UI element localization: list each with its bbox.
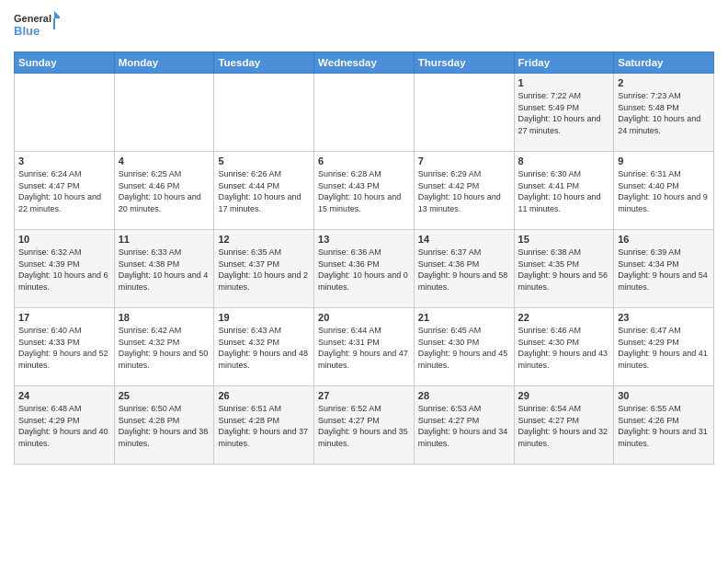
calendar-table: SundayMondayTuesdayWednesdayThursdayFrid…	[14, 52, 714, 465]
day-info: Sunrise: 6:42 AM Sunset: 4:32 PM Dayligh…	[119, 325, 210, 371]
day-number: 24	[18, 390, 110, 401]
weekday-header-thursday: Thursday	[414, 52, 514, 74]
day-info: Sunrise: 6:37 AM Sunset: 4:36 PM Dayligh…	[418, 247, 510, 293]
day-info: Sunrise: 6:36 AM Sunset: 4:36 PM Dayligh…	[318, 247, 410, 293]
calendar-week-row: 24Sunrise: 6:48 AM Sunset: 4:29 PM Dayli…	[15, 386, 714, 465]
calendar-cell: 11Sunrise: 6:33 AM Sunset: 4:38 PM Dayli…	[114, 230, 214, 308]
day-number: 19	[218, 312, 310, 323]
day-info: Sunrise: 6:26 AM Sunset: 4:44 PM Dayligh…	[218, 168, 310, 214]
svg-text:General: General	[14, 13, 51, 24]
calendar-cell	[15, 74, 115, 152]
calendar-cell: 22Sunrise: 6:46 AM Sunset: 4:30 PM Dayli…	[514, 308, 614, 386]
calendar-cell: 20Sunrise: 6:44 AM Sunset: 4:31 PM Dayli…	[314, 308, 415, 386]
day-info: Sunrise: 6:35 AM Sunset: 4:37 PM Dayligh…	[218, 247, 310, 293]
day-info: Sunrise: 6:46 AM Sunset: 4:30 PM Dayligh…	[518, 325, 610, 371]
calendar-cell: 15Sunrise: 6:38 AM Sunset: 4:35 PM Dayli…	[514, 230, 614, 308]
day-info: Sunrise: 6:25 AM Sunset: 4:46 PM Dayligh…	[119, 168, 210, 214]
weekday-header-monday: Monday	[114, 52, 214, 74]
day-info: Sunrise: 6:51 AM Sunset: 4:28 PM Dayligh…	[218, 403, 310, 449]
svg-marker-2	[54, 11, 60, 18]
weekday-header-tuesday: Tuesday	[214, 52, 314, 74]
weekday-header-row: SundayMondayTuesdayWednesdayThursdayFrid…	[15, 52, 714, 74]
day-number: 5	[218, 155, 310, 167]
day-info: Sunrise: 6:47 AM Sunset: 4:29 PM Dayligh…	[618, 325, 710, 371]
day-number: 29	[518, 390, 610, 401]
day-number: 28	[418, 390, 510, 401]
calendar-cell: 24Sunrise: 6:48 AM Sunset: 4:29 PM Dayli…	[15, 386, 115, 465]
calendar-week-row: 17Sunrise: 6:40 AM Sunset: 4:33 PM Dayli…	[15, 308, 714, 386]
svg-text:Blue: Blue	[14, 24, 40, 38]
calendar-cell: 27Sunrise: 6:52 AM Sunset: 4:27 PM Dayli…	[314, 386, 415, 465]
day-info: Sunrise: 6:32 AM Sunset: 4:39 PM Dayligh…	[18, 247, 110, 293]
calendar-cell: 5Sunrise: 6:26 AM Sunset: 4:44 PM Daylig…	[214, 152, 314, 230]
calendar-cell: 9Sunrise: 6:31 AM Sunset: 4:40 PM Daylig…	[614, 152, 714, 230]
calendar-week-row: 3Sunrise: 6:24 AM Sunset: 4:47 PM Daylig…	[15, 152, 714, 230]
day-info: Sunrise: 6:44 AM Sunset: 4:31 PM Dayligh…	[318, 325, 410, 371]
day-info: Sunrise: 6:52 AM Sunset: 4:27 PM Dayligh…	[318, 403, 410, 449]
day-info: Sunrise: 6:31 AM Sunset: 4:40 PM Dayligh…	[618, 168, 710, 214]
calendar-cell: 26Sunrise: 6:51 AM Sunset: 4:28 PM Dayli…	[214, 386, 314, 465]
weekday-header-wednesday: Wednesday	[314, 52, 415, 74]
day-info: Sunrise: 6:43 AM Sunset: 4:32 PM Dayligh…	[218, 325, 310, 371]
calendar-body: 1Sunrise: 7:22 AM Sunset: 5:49 PM Daylig…	[15, 74, 714, 465]
weekday-header-friday: Friday	[514, 52, 614, 74]
day-number: 9	[618, 155, 710, 167]
day-number: 23	[618, 312, 710, 323]
day-number: 30	[618, 390, 710, 401]
calendar-cell: 29Sunrise: 6:54 AM Sunset: 4:27 PM Dayli…	[514, 386, 614, 465]
calendar-cell: 1Sunrise: 7:22 AM Sunset: 5:49 PM Daylig…	[514, 74, 614, 152]
day-info: Sunrise: 6:53 AM Sunset: 4:27 PM Dayligh…	[418, 403, 510, 449]
day-info: Sunrise: 6:45 AM Sunset: 4:30 PM Dayligh…	[418, 325, 510, 371]
logo: General Blue	[14, 9, 60, 44]
day-number: 2	[618, 77, 710, 88]
calendar-cell	[414, 74, 514, 152]
page-header: General Blue	[14, 9, 714, 44]
calendar-cell: 30Sunrise: 6:55 AM Sunset: 4:26 PM Dayli…	[614, 386, 714, 465]
day-info: Sunrise: 7:22 AM Sunset: 5:49 PM Dayligh…	[518, 90, 610, 136]
calendar-cell	[214, 74, 314, 152]
day-number: 11	[119, 234, 210, 245]
calendar-cell: 28Sunrise: 6:53 AM Sunset: 4:27 PM Dayli…	[414, 386, 514, 465]
calendar-cell: 19Sunrise: 6:43 AM Sunset: 4:32 PM Dayli…	[214, 308, 314, 386]
calendar-cell: 8Sunrise: 6:30 AM Sunset: 4:41 PM Daylig…	[514, 152, 614, 230]
day-info: Sunrise: 6:38 AM Sunset: 4:35 PM Dayligh…	[518, 247, 610, 293]
day-number: 7	[418, 155, 510, 167]
day-number: 4	[119, 155, 210, 167]
calendar-cell: 7Sunrise: 6:29 AM Sunset: 4:42 PM Daylig…	[414, 152, 514, 230]
calendar-cell: 23Sunrise: 6:47 AM Sunset: 4:29 PM Dayli…	[614, 308, 714, 386]
day-number: 20	[318, 312, 410, 323]
day-number: 6	[318, 155, 410, 167]
day-number: 25	[119, 390, 210, 401]
calendar-cell: 18Sunrise: 6:42 AM Sunset: 4:32 PM Dayli…	[114, 308, 214, 386]
day-number: 3	[18, 155, 110, 167]
day-number: 18	[119, 312, 210, 323]
day-info: Sunrise: 7:23 AM Sunset: 5:48 PM Dayligh…	[618, 90, 710, 136]
day-number: 21	[418, 312, 510, 323]
day-info: Sunrise: 6:40 AM Sunset: 4:33 PM Dayligh…	[18, 325, 110, 371]
day-info: Sunrise: 6:48 AM Sunset: 4:29 PM Dayligh…	[18, 403, 110, 449]
calendar-cell: 17Sunrise: 6:40 AM Sunset: 4:33 PM Dayli…	[15, 308, 115, 386]
weekday-header-sunday: Sunday	[15, 52, 115, 74]
day-number: 1	[518, 77, 610, 88]
day-info: Sunrise: 6:33 AM Sunset: 4:38 PM Dayligh…	[119, 247, 210, 293]
calendar-cell: 16Sunrise: 6:39 AM Sunset: 4:34 PM Dayli…	[614, 230, 714, 308]
calendar-cell: 6Sunrise: 6:28 AM Sunset: 4:43 PM Daylig…	[314, 152, 415, 230]
calendar-cell: 10Sunrise: 6:32 AM Sunset: 4:39 PM Dayli…	[15, 230, 115, 308]
day-info: Sunrise: 6:39 AM Sunset: 4:34 PM Dayligh…	[618, 247, 710, 293]
calendar-cell	[114, 74, 214, 152]
day-info: Sunrise: 6:54 AM Sunset: 4:27 PM Dayligh…	[518, 403, 610, 449]
day-info: Sunrise: 6:29 AM Sunset: 4:42 PM Dayligh…	[418, 168, 510, 214]
day-info: Sunrise: 6:24 AM Sunset: 4:47 PM Dayligh…	[18, 168, 110, 214]
day-info: Sunrise: 6:50 AM Sunset: 4:28 PM Dayligh…	[119, 403, 210, 449]
calendar-cell	[314, 74, 415, 152]
calendar-cell: 2Sunrise: 7:23 AM Sunset: 5:48 PM Daylig…	[614, 74, 714, 152]
calendar-cell: 12Sunrise: 6:35 AM Sunset: 4:37 PM Dayli…	[214, 230, 314, 308]
day-number: 15	[518, 234, 610, 245]
day-number: 27	[318, 390, 410, 401]
logo-svg: General Blue	[14, 9, 60, 44]
day-number: 13	[318, 234, 410, 245]
day-info: Sunrise: 6:28 AM Sunset: 4:43 PM Dayligh…	[318, 168, 410, 214]
day-number: 14	[418, 234, 510, 245]
calendar-cell: 14Sunrise: 6:37 AM Sunset: 4:36 PM Dayli…	[414, 230, 514, 308]
day-info: Sunrise: 6:55 AM Sunset: 4:26 PM Dayligh…	[618, 403, 710, 449]
